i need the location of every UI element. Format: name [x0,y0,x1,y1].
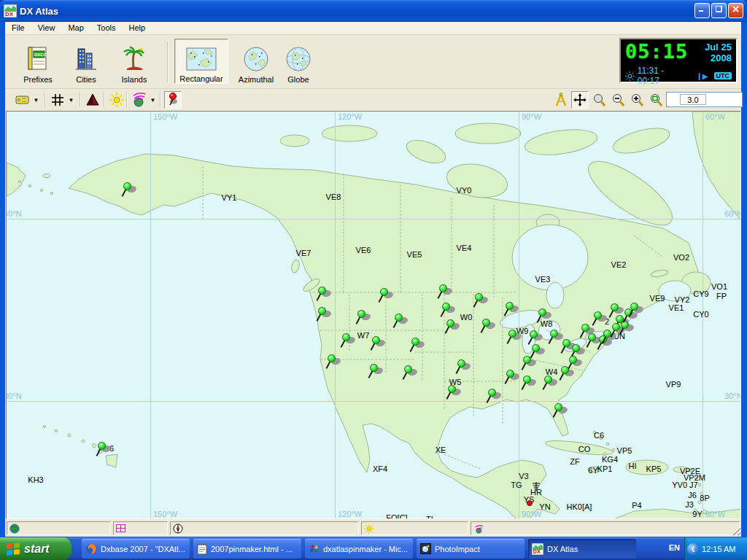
taskbar-button-dxbase[interactable]: Dxbase 2007 - "DXAtl... [82,539,190,559]
menu-file[interactable]: File [5,22,31,34]
pin-ball [475,293,483,301]
prefix-label-YN: YN [539,502,550,511]
pin-ball [357,310,365,318]
labels-button[interactable] [14,91,31,109]
pin-ball [342,333,350,341]
toolbar-separator [104,93,105,107]
notepad-icon [197,543,207,555]
view-globe-button[interactable]: Globe [279,39,317,84]
propagation-button[interactable] [131,91,148,109]
prefix-label-W7: W7 [357,331,370,340]
grid-lon-label: 120°W [338,112,362,121]
zoom-out-button[interactable] [609,91,627,109]
pin-ball [318,307,326,315]
grid-lat-label: 30°N [6,392,22,400]
menu-help[interactable]: Help [122,22,152,34]
pin-ball [488,389,496,397]
pan-button[interactable] [571,91,589,109]
zoom-level-field[interactable]: 3.0 [666,92,743,107]
svg-text:DXCC: DXCC [34,52,47,57]
status-panel-sun [361,521,468,535]
pin-ball [404,365,412,373]
pan-arrows-icon [573,93,587,106]
view-azimuthal-button[interactable]: Azimuthal [233,39,279,84]
prefix-label-VY0: VY0 [457,186,472,195]
photoimpact-icon [420,543,431,554]
pins-button[interactable] [164,91,182,109]
prefix-label-FO[C]: FO[C] [386,513,407,519]
language-indicator[interactable]: EN [669,543,680,552]
minimize-button[interactable] [694,3,710,18]
prefix-label-VY1: VY1 [222,193,237,202]
labels-dropdown[interactable]: ▼ [31,91,41,109]
status-panel-position [7,521,111,535]
clock-time: 05:15 [625,42,688,62]
maximize-button[interactable] [711,3,727,18]
propagation-dropdown[interactable]: ▼ [148,91,158,109]
prefix-label-VP9: VP9 [666,380,681,389]
taskbar-button-label: DX Atlas [547,545,578,553]
prefix-label-VO2: VO2 [673,253,689,262]
prefix-label-CO: CO [578,445,591,454]
antenna-icon [531,482,541,491]
resize-grip[interactable] [731,526,740,535]
desktop: DX DX Atlas File View Map Tools Help [0,0,747,560]
prefix-label-KP5: KP5 [646,464,662,473]
clock-panel[interactable]: 05:15 Jul 25 2008 11:31 - 00:17 ❙▶ UTC [619,38,738,83]
pin-ball [544,376,552,384]
measure-button[interactable] [552,91,570,109]
compass-divider-icon [554,93,568,107]
pin-ball [457,359,465,368]
taskbar-button-pinmaker-html[interactable]: 2007pinmaker.html - ... [193,539,301,559]
taskbar-button-dxatlas[interactable]: DX DX Atlas [528,539,636,559]
view-azimuthal-label: Azimuthal [239,75,274,84]
close-button[interactable] [728,3,743,18]
hide-icons-button[interactable]: ❮ [687,543,699,555]
red-dot-marker[interactable] [527,500,533,506]
prefixes-label: Prefixes [23,75,53,84]
taskbar-button-dxatlaspinmaker[interactable]: dxatlaspinmaker - Mic... [305,539,413,559]
terminator-button[interactable] [84,91,101,109]
grid-meridian-line [335,112,336,519]
zoom-in-button[interactable] [628,91,646,109]
grid-button[interactable] [49,91,66,109]
grid-lon-label: 60°W [705,112,725,121]
menu-map[interactable]: Map [61,22,90,34]
grid-lon-label: 90°W [522,112,541,121]
status-panel-propagation [471,521,740,535]
sun-button[interactable] [108,91,125,109]
cities-button[interactable]: Cities [63,39,109,84]
zoom-rect-button[interactable] [647,91,665,109]
prefix-label-HK0[A]: HK0[A] [567,502,592,511]
pin-ball [562,339,570,347]
zoom-window-button[interactable] [590,91,608,109]
prefix-label-VE6: VE6 [356,246,371,254]
islands-button[interactable]: Islands [112,39,157,84]
menu-view[interactable]: View [31,22,62,34]
grid-dropdown[interactable]: ▼ [66,91,76,109]
prefix-label-8P: 8P [700,494,709,502]
prefix-label-CY0: CY0 [693,310,708,319]
pin-ball [611,303,619,311]
menubar: File View Map Tools Help [5,22,741,35]
menu-tools[interactable]: Tools [90,22,123,34]
globe-map-icon [285,46,311,72]
grid-lat-label: 60°N [6,209,22,218]
pinwheel-icon [309,543,320,554]
clock-run-icon[interactable]: ❙▶ [696,72,708,80]
prefix-label-VE5: VE5 [407,250,422,259]
taskbar: start Dxbase 2007 - "DXAtl... 2007pinmak… [0,537,747,560]
pin-ball [370,364,378,372]
cities-icon [74,46,98,72]
start-button[interactable]: start [0,537,71,560]
prefixes-button[interactable]: DXCC Prefixes [15,39,61,84]
taskbar-button-photoimpact[interactable]: PhotoImpact [417,539,525,559]
zoom-rectangle-icon [649,93,663,107]
pin-ball [569,356,577,364]
pin-ball [506,370,514,378]
map-canvas[interactable]: 150°W150°W120°W120°W90°W90°W60°W60°W60°N… [6,111,741,519]
view-rectangular-button[interactable]: Rectangular [174,39,228,84]
prefix-label-CY9: CY9 [693,289,708,298]
main-toolbar: DXCC Prefixes Cities [5,36,741,89]
cities-label: Cities [76,75,96,84]
